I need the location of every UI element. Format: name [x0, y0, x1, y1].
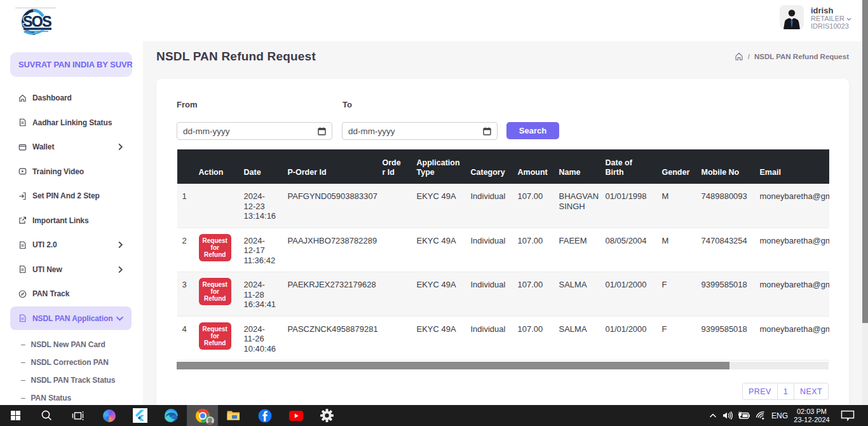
svg-text:SOS: SOS: [23, 13, 51, 30]
